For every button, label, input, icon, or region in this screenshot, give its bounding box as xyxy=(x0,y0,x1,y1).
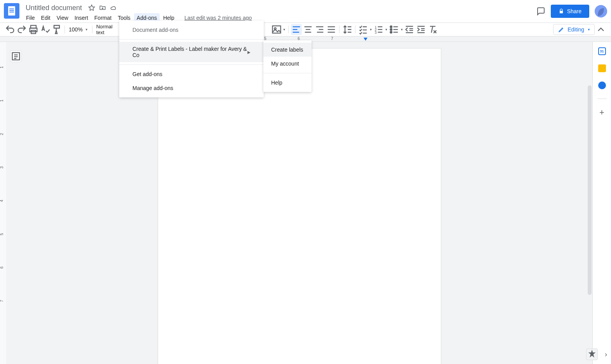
addon-label: Create & Print Labels - Label maker for … xyxy=(132,46,247,58)
dropdown-icon[interactable]: ▼ xyxy=(385,28,388,31)
share-label: Share xyxy=(567,8,581,14)
calendar-app-icon[interactable]: 31 xyxy=(598,47,606,55)
my-account-item[interactable]: My account xyxy=(263,57,312,71)
menu-format[interactable]: Format xyxy=(92,13,114,23)
align-justify-button[interactable] xyxy=(326,24,337,35)
dropdown-icon[interactable]: ▼ xyxy=(369,28,373,31)
paint-format-button[interactable] xyxy=(51,24,62,35)
title-area: Untitled document File Edit View Insert … xyxy=(23,3,536,23)
addon-labelmaker-item[interactable]: Create & Print Labels - Label maker for … xyxy=(119,42,264,62)
svg-rect-5 xyxy=(272,26,280,33)
comments-icon[interactable] xyxy=(536,7,545,16)
zoom-select[interactable]: 100%▼ xyxy=(67,24,90,35)
vertical-scrollbar[interactable] xyxy=(587,84,592,301)
svg-point-29 xyxy=(390,31,392,33)
right-indent-marker[interactable] xyxy=(364,38,367,41)
ruler-tick: 7 xyxy=(315,36,349,42)
bulleted-list-button[interactable] xyxy=(389,24,400,35)
add-side-app-button[interactable]: + xyxy=(599,108,604,117)
spellcheck-button[interactable] xyxy=(40,24,50,35)
checklist-button[interactable] xyxy=(358,24,369,35)
svg-marker-0 xyxy=(89,5,95,10)
separator xyxy=(92,26,92,33)
vertical-ruler[interactable]: 1 1 2 3 4 5 6 7 xyxy=(0,42,6,364)
scrollbar-thumb[interactable] xyxy=(588,85,592,295)
separator xyxy=(119,39,264,40)
pencil-icon xyxy=(558,26,564,33)
bottom-right-controls: › xyxy=(586,348,607,360)
numbered-list-button[interactable]: 123 xyxy=(373,24,384,35)
create-labels-item[interactable]: Create labels xyxy=(263,43,312,57)
docs-app-icon[interactable] xyxy=(4,3,19,19)
dropdown-icon: ▼ xyxy=(587,28,590,31)
explore-button[interactable] xyxy=(586,348,598,360)
align-left-button[interactable] xyxy=(291,24,302,35)
addons-dropdown-menu: Document add-ons Create & Print Labels -… xyxy=(119,21,264,97)
lock-icon xyxy=(559,9,564,14)
dropdown-icon[interactable]: ▼ xyxy=(400,28,404,31)
cloud-status-icon[interactable] xyxy=(110,4,117,11)
titlebar: Untitled document File Edit View Insert … xyxy=(0,0,611,23)
separator xyxy=(119,64,264,65)
titlebar-right: Share xyxy=(536,5,607,18)
menu-edit[interactable]: Edit xyxy=(38,13,53,23)
increase-indent-button[interactable] xyxy=(416,24,426,35)
move-icon[interactable] xyxy=(99,4,106,11)
align-right-button[interactable] xyxy=(314,24,325,35)
document-outline-button[interactable] xyxy=(10,50,22,62)
user-avatar[interactable] xyxy=(595,5,607,17)
manage-addons-item[interactable]: Manage add-ons xyxy=(119,81,264,95)
separator xyxy=(288,26,289,33)
menubar: File Edit View Insert Format Tools Add-o… xyxy=(23,13,536,23)
align-center-button[interactable] xyxy=(303,24,313,35)
editing-mode-button[interactable]: Editing ▼ xyxy=(553,24,595,35)
get-addons-item[interactable]: Get add-ons xyxy=(119,67,264,81)
side-panel: 31 + xyxy=(592,42,611,364)
redo-button[interactable] xyxy=(16,24,27,35)
svg-point-25 xyxy=(390,26,392,28)
star-icon[interactable] xyxy=(88,4,95,11)
menu-view[interactable]: View xyxy=(54,13,71,23)
separator xyxy=(339,26,339,33)
toolbar: 100%▼ Normal text▼ ▼ ▼ 123 ▼ ▼ Editing ▼ xyxy=(0,23,611,36)
menu-header: Document add-ons xyxy=(119,23,264,37)
dropdown-icon: ▼ xyxy=(85,28,88,31)
labelmaker-submenu: Create labels My account Help xyxy=(263,40,312,92)
decrease-indent-button[interactable] xyxy=(404,24,415,35)
show-side-panel-button[interactable]: › xyxy=(605,350,607,359)
separator xyxy=(355,26,355,33)
menu-insert[interactable]: Insert xyxy=(72,13,91,23)
undo-button[interactable] xyxy=(5,24,16,35)
document-title[interactable]: Untitled document xyxy=(23,3,84,13)
submenu-arrow-icon: ▶ xyxy=(247,50,251,54)
insert-image-button[interactable] xyxy=(271,24,282,35)
collapse-toolbar-button[interactable] xyxy=(595,24,606,35)
editing-mode-label: Editing xyxy=(567,26,584,33)
dropdown-icon[interactable]: ▼ xyxy=(283,28,286,31)
svg-point-27 xyxy=(390,29,392,31)
share-button[interactable]: Share xyxy=(551,5,589,18)
addon-help-item[interactable]: Help xyxy=(263,76,312,90)
menu-file[interactable]: File xyxy=(23,13,38,23)
clear-formatting-button[interactable] xyxy=(427,24,438,35)
separator xyxy=(263,73,312,73)
svg-text:3: 3 xyxy=(374,31,376,35)
tasks-app-icon[interactable] xyxy=(598,81,606,89)
line-spacing-button[interactable] xyxy=(342,24,353,35)
separator xyxy=(64,26,65,33)
print-button[interactable] xyxy=(28,24,39,35)
keep-app-icon[interactable] xyxy=(598,64,606,72)
separator xyxy=(597,99,607,99)
